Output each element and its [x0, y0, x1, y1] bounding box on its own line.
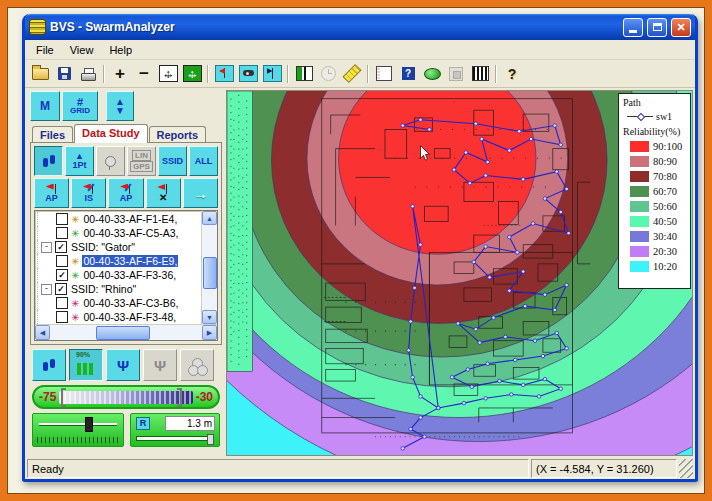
- radius-slider-thumb[interactable]: [207, 434, 214, 445]
- radius-slider-track[interactable]: [136, 436, 214, 441]
- legend-range-label: 80:90: [653, 156, 677, 167]
- fit-screen-button[interactable]: [156, 62, 180, 85]
- ssid-button-label: SSID: [162, 157, 183, 166]
- minimize-button[interactable]: [623, 18, 643, 37]
- about-button[interactable]: [500, 62, 524, 85]
- maximize-button[interactable]: [647, 18, 667, 37]
- delete-flag-button[interactable]: ✕: [146, 178, 181, 208]
- menu-file[interactable]: File: [29, 43, 61, 57]
- scroll-track[interactable]: [50, 325, 202, 340]
- radius-control[interactable]: R 1.3 m: [130, 413, 220, 447]
- right-arrow-icon: →: [193, 189, 208, 198]
- ap-flag-button[interactable]: AP: [34, 178, 69, 208]
- pin-button[interactable]: [260, 62, 284, 85]
- tab-data-study[interactable]: Data Study: [74, 124, 147, 143]
- help-button[interactable]: [396, 62, 420, 85]
- ap-edit-flag-button[interactable]: AP: [108, 178, 143, 208]
- tree-collapse-toggle[interactable]: -: [41, 284, 52, 295]
- tab-reports[interactable]: Reports: [149, 126, 207, 143]
- ruler-button[interactable]: [340, 62, 364, 85]
- title-bar[interactable]: BVS - SwarmAnalyzer ✕: [25, 14, 695, 40]
- print-button[interactable]: [76, 62, 100, 85]
- close-button[interactable]: ✕: [671, 18, 691, 37]
- walk-display-button[interactable]: [32, 349, 66, 381]
- device-mac-label[interactable]: 00-40-33-AF-F6-E9,: [82, 255, 178, 267]
- flag-button[interactable]: [212, 62, 236, 85]
- scroll-down-arrow[interactable]: ▼: [202, 310, 217, 324]
- path-marker: [559, 387, 563, 390]
- ssid-label[interactable]: SSID: "Gator": [70, 241, 136, 253]
- tree-group-row: -✓SSID: "Rhino": [37, 282, 201, 296]
- range-gradient-track[interactable]: [59, 391, 192, 404]
- reliability-meter-button[interactable]: 90%: [69, 349, 103, 381]
- device-mac-label[interactable]: 00-40-33-AF-C3-B6,: [82, 297, 179, 309]
- scroll-up-arrow[interactable]: ▲: [202, 211, 217, 225]
- ap-edit-label: AP: [120, 194, 133, 203]
- zoom-in-button[interactable]: [108, 62, 132, 85]
- opacity-slider[interactable]: [32, 413, 124, 447]
- legend-range-label: 30:40: [653, 231, 677, 242]
- slider-thumb[interactable]: [85, 417, 93, 432]
- camera-button[interactable]: [236, 62, 260, 85]
- is-flag-button[interactable]: IS: [71, 178, 106, 208]
- scroll-right-arrow[interactable]: ▶: [202, 325, 217, 340]
- zoom-out-button[interactable]: [132, 62, 156, 85]
- study-tools-row2: AP IS AP ✕ →: [34, 178, 218, 208]
- device-mac-label[interactable]: 00-40-33-AF-C5-A3,: [82, 227, 179, 239]
- barcode-button[interactable]: [468, 62, 492, 85]
- heatmap-view[interactable]: Path sw1 Reliability(%) 90:10080:9070:80…: [226, 90, 693, 456]
- menu-help[interactable]: Help: [102, 43, 139, 57]
- pencil-icon: [124, 183, 131, 191]
- path-marker: [504, 335, 508, 338]
- clock-button: [316, 62, 340, 85]
- device-mac-label[interactable]: 00-40-33-AF-F1-E4,: [82, 213, 178, 225]
- tree-checkbox[interactable]: [56, 213, 68, 225]
- tree-checkbox[interactable]: ✓: [56, 269, 68, 281]
- record-button[interactable]: [420, 62, 444, 85]
- range-right-handle[interactable]: [177, 388, 182, 407]
- scroll-thumb[interactable]: [96, 326, 150, 340]
- split-view-button[interactable]: [292, 62, 316, 85]
- tree-checkbox[interactable]: [56, 311, 68, 323]
- signal-range-slider[interactable]: -75 -30: [32, 385, 220, 409]
- tree-vertical-scrollbar[interactable]: ▲ ▼: [201, 211, 217, 324]
- grid-button-label: GRID: [70, 107, 90, 115]
- device-mac-label[interactable]: 00-40-33-AF-F3-48,: [82, 311, 177, 323]
- tree-checkbox[interactable]: [56, 297, 68, 309]
- menu-view[interactable]: View: [63, 43, 101, 57]
- device-mac-label[interactable]: 00-40-33-AF-F3-36,: [82, 269, 177, 281]
- tree-checkbox[interactable]: [56, 255, 68, 267]
- all-button[interactable]: ALL: [189, 146, 218, 176]
- path-marker: [517, 130, 521, 133]
- open-button[interactable]: [28, 62, 52, 85]
- tab-files[interactable]: Files: [32, 126, 73, 143]
- grid-button[interactable]: # GRID: [62, 91, 98, 121]
- antenna-button[interactable]: Ψ: [106, 349, 140, 381]
- one-point-button[interactable]: ▲ 1Pt: [65, 146, 94, 176]
- walk-survey-button[interactable]: [34, 146, 63, 176]
- next-button[interactable]: →: [183, 178, 218, 208]
- legend-entry: 10:20: [623, 259, 688, 274]
- zoom-in-icon: [115, 67, 125, 81]
- radius-value: 1.3 m: [165, 416, 215, 431]
- scroll-left-arrow[interactable]: ◀: [35, 325, 50, 340]
- legend-range-label: 40:50: [653, 216, 677, 227]
- scroll-thumb[interactable]: [203, 257, 217, 289]
- list-view-icon: [376, 66, 392, 81]
- ruler-icon: [342, 64, 361, 83]
- list-view-button[interactable]: [372, 62, 396, 85]
- ssid-button[interactable]: SSID: [158, 146, 187, 176]
- measure-button[interactable]: M: [30, 91, 60, 121]
- ssid-label[interactable]: SSID: "Rhino": [70, 283, 137, 295]
- resize-grip[interactable]: [679, 459, 693, 478]
- tree-checkbox[interactable]: ✓: [55, 241, 67, 253]
- layer-updown-button[interactable]: ▲ ▼: [106, 91, 134, 121]
- fit-selection-button[interactable]: [180, 62, 204, 85]
- range-left-handle[interactable]: [61, 388, 66, 407]
- tree-horizontal-scrollbar[interactable]: ◀ ▶: [35, 324, 217, 340]
- tree-checkbox[interactable]: ✓: [55, 283, 67, 295]
- save-button[interactable]: [52, 62, 76, 85]
- tree-collapse-toggle[interactable]: -: [41, 242, 52, 253]
- tree-checkbox[interactable]: [56, 227, 68, 239]
- scroll-track[interactable]: [202, 225, 217, 310]
